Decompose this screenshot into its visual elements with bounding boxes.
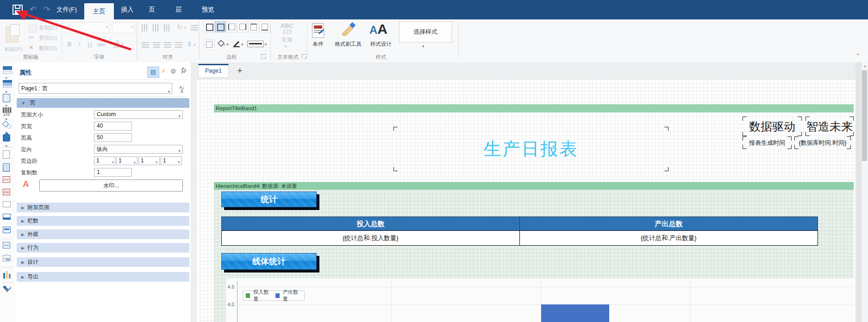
fill-caret[interactable]: ▾ (226, 42, 229, 47)
section-appearance[interactable]: ▶外观 (17, 229, 189, 239)
report-title-textbox[interactable]: 生产日报表 (394, 128, 668, 170)
border-top-button[interactable] (248, 21, 259, 32)
band-icon[interactable]: ▶ (3, 66, 12, 75)
menu-home-active[interactable]: 主页 (84, 3, 114, 19)
chart-icon[interactable] (3, 270, 12, 279)
textformat-caret[interactable]: ▾ (285, 44, 287, 49)
font-size-select[interactable]: ▾ (112, 22, 135, 33)
style-design-button[interactable]: 样式设计 (367, 41, 395, 48)
hierarchical-band-header[interactable]: HierarchicalBand4; 数据源: 未设置 (214, 182, 854, 190)
align-bottom-icon[interactable] (164, 24, 171, 31)
property-grid-view-button[interactable]: ▤ (147, 67, 159, 78)
orientation-select[interactable]: 纵向▾ (94, 145, 183, 154)
menu-insert[interactable]: 插入 (116, 0, 139, 19)
text-icon[interactable]: A≡ (3, 176, 12, 186)
align-middle-icon[interactable] (153, 24, 160, 31)
font-color-button[interactable]: A (113, 39, 122, 48)
menu-layer[interactable]: 层 (170, 0, 187, 19)
condition-button[interactable]: 条件 (306, 41, 330, 48)
events-lightning-icon[interactable]: ⚡ (161, 68, 166, 75)
align-justify-icon[interactable] (175, 42, 182, 48)
child-band-icon[interactable]: ▶ (3, 94, 12, 103)
add-page-button[interactable]: + (234, 64, 245, 77)
bold-button[interactable]: B (65, 40, 74, 49)
report-title-band-header[interactable]: ReportTitleBand1 (214, 104, 854, 112)
text-rotate-button[interactable]: ↻ (177, 23, 182, 31)
section-additional-pages[interactable]: ▶附加页面 (17, 203, 189, 212)
line-style-caret[interactable]: ▾ (265, 42, 267, 47)
tab-page1[interactable]: Page1 (198, 64, 229, 78)
menu-preview[interactable]: 预览 (196, 0, 219, 19)
border-bottom-button[interactable] (259, 21, 270, 32)
report-time-textbox[interactable]: 报表生成时间 (743, 137, 791, 148)
delete-button[interactable]: 删除(D) (39, 44, 57, 52)
page-icon[interactable] (3, 150, 12, 160)
lined-page-icon[interactable] (3, 163, 12, 173)
page-width-input[interactable]: 40 (94, 122, 132, 130)
copy-button[interactable]: 复制(C) (39, 24, 57, 32)
fill-color-button[interactable] (218, 40, 226, 49)
cut-button[interactable]: 剪切(U) (39, 34, 57, 42)
textformat-normal[interactable]: 常规 (276, 36, 298, 44)
align-center-icon[interactable] (153, 42, 160, 48)
section-columns[interactable]: ▶栏数 (17, 216, 189, 226)
font-color-caret[interactable]: ▾ (121, 42, 124, 46)
db-time-textbox[interactable]: {数据库时间.时间} (795, 137, 850, 148)
table-cell-output-sum[interactable]: {统计总和.产出数量} (519, 230, 818, 246)
table-cell-input-sum[interactable]: {统计总和.投入数量} (221, 230, 520, 246)
margin-right-spinner[interactable]: 1▸ (138, 156, 160, 165)
settings-gear-icon[interactable]: ⚙ (170, 68, 176, 75)
section-export[interactable]: ▶导出 (17, 272, 189, 282)
tools-icon[interactable] (3, 285, 12, 295)
slogan-left-textbox[interactable]: 数据驱动 (743, 118, 801, 135)
section-design[interactable]: ▶设计 (17, 257, 189, 267)
component-icon[interactable]: ▶ (3, 134, 12, 143)
watermark-button[interactable]: 水印... (39, 180, 183, 192)
panel-icon[interactable] (3, 201, 12, 211)
page-height-input[interactable]: 50 (94, 133, 132, 142)
border-outline-button-selected[interactable] (215, 21, 226, 32)
rotate-caret[interactable]: ▾ (184, 25, 187, 30)
sub-report-icon[interactable] (3, 214, 12, 223)
textformat-abc[interactable]: ABC (276, 22, 298, 29)
collapse-ribbon-button[interactable]: ⌃ (856, 53, 860, 59)
border-dialog-launcher-icon[interactable] (261, 54, 266, 59)
section-page-header[interactable]: ▼ 页 (17, 98, 189, 108)
copies-input[interactable]: 1 (94, 168, 132, 177)
form-icon[interactable] (3, 227, 12, 236)
border-right-button[interactable] (237, 21, 248, 32)
scrollbar-thumb[interactable] (862, 70, 867, 161)
menu-page[interactable]: 页 (144, 0, 160, 19)
align-left-icon[interactable] (142, 42, 149, 48)
margin-top-spinner[interactable]: 1▴ (116, 156, 137, 165)
line-spacing-caret[interactable]: ▾ (194, 43, 196, 47)
underline-button[interactable]: U (85, 40, 94, 49)
border-left-button[interactable] (226, 21, 237, 32)
strikethrough-button[interactable]: abc (95, 40, 107, 49)
line-spacing-button[interactable]: ⇕ (187, 41, 192, 48)
select-style-button[interactable]: 选择样式 (399, 21, 452, 43)
menu-file[interactable]: 文件(F) (50, 0, 83, 19)
border-none-button[interactable] (204, 39, 215, 50)
line-stat-button[interactable]: 线体统计 (221, 253, 317, 270)
sort-alpha-button[interactable]: A↓ Z (176, 84, 187, 93)
margin-bottom-spinner[interactable]: 1▾ (161, 156, 182, 165)
font-name-select[interactable]: ▾ (66, 22, 109, 33)
text-block-icon[interactable]: A≡ (3, 242, 12, 251)
section-behavior[interactable]: ▶行为 (17, 243, 189, 253)
margin-left-spinner[interactable]: 1◂ (94, 156, 115, 165)
select-style-caret[interactable]: ▾ (422, 44, 425, 49)
barcode-icon[interactable]: 123▶ (3, 107, 12, 117)
table-header-output-total[interactable]: 产出总数 (519, 217, 818, 231)
paste-button[interactable] (6, 24, 21, 43)
word-wrap-icon[interactable] (191, 25, 198, 31)
border-color-button[interactable] (232, 40, 241, 49)
shape-icon[interactable]: ▶ (3, 121, 12, 130)
align-top-icon[interactable] (142, 24, 149, 31)
cross-band-icon[interactable]: ▶ (3, 80, 12, 89)
component-selector[interactable]: Page1 : 页▾ (19, 83, 172, 94)
page-size-select[interactable]: Custom▾ (94, 110, 183, 119)
border-all-button[interactable] (204, 21, 215, 32)
line-style-button[interactable] (247, 41, 264, 47)
rich-text-icon[interactable]: A≡ (3, 189, 12, 198)
